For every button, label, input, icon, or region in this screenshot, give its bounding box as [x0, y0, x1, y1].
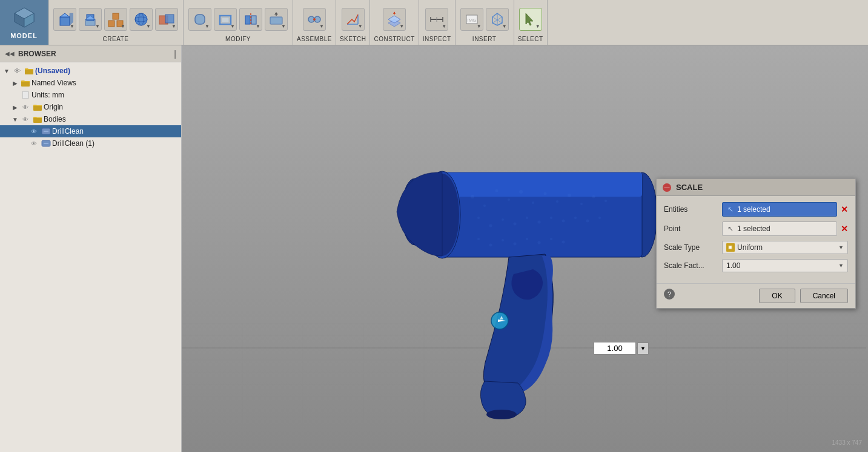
- assemble-joint-button[interactable]: ▼: [303, 8, 326, 31]
- scale-dialog: — SCALE Entities ↖ 1 selected ✕ Point: [656, 179, 856, 309]
- svg-rect-21: [245, 16, 250, 24]
- workspace-label: MODEL: [10, 32, 38, 39]
- eye-icon-drillclean1: 👁: [29, 139, 39, 148]
- svg-rect-24: [270, 17, 282, 24]
- tree-label-origin: Origin: [44, 103, 63, 111]
- tree-item-unsaved[interactable]: ▼ 👁 (Unsaved): [0, 65, 181, 77]
- browser-tree: ▼ 👁 (Unsaved) ▶ Named Views ▶: [0, 62, 181, 452]
- svg-marker-5: [60, 13, 70, 17]
- tree-item-units[interactable]: ▶ Units: mm: [0, 89, 181, 101]
- modify-shell-button[interactable]: ▼: [214, 8, 237, 31]
- cursor-icon: ↖: [727, 205, 734, 214]
- tree-item-origin[interactable]: ▶ 👁 Origin: [0, 101, 181, 113]
- point-label: Point: [664, 224, 718, 233]
- scale-dialog-titlebar: — SCALE: [657, 179, 855, 196]
- scale-entities-row: Entities ↖ 1 selected ✕: [664, 202, 848, 217]
- insert-section: IMG ▼ ▼ INSERT: [456, 0, 514, 45]
- tree-label-drillclean: DrillClean: [52, 127, 84, 136]
- coordinates-display: 868 x 452: [832, 439, 863, 446]
- svg-marker-36: [393, 11, 396, 14]
- tree-item-bodies[interactable]: ▼ 👁 Bodies: [0, 113, 181, 125]
- scale-point-row: Point ↖ 1 selected ✕: [664, 221, 848, 236]
- body-icon-drillclean: [41, 126, 51, 136]
- scale-factor-label: Scale Fact...: [664, 261, 718, 270]
- create-extrude-button[interactable]: ▼: [79, 8, 102, 31]
- select-button[interactable]: ▼: [519, 8, 542, 31]
- tree-toggle-bodies[interactable]: ▼: [11, 115, 19, 123]
- svg-text:IMG: IMG: [467, 18, 476, 23]
- construct-plane-button[interactable]: ▼: [383, 8, 406, 31]
- browser-title: BROWSER: [18, 50, 170, 58]
- browser-pin[interactable]: |: [174, 49, 176, 59]
- tree-item-drillclean1[interactable]: ▶ 👁 DrillClean (1): [0, 137, 181, 149]
- tree-item-drillclean[interactable]: ▶ 👁 DrillClean: [0, 125, 181, 137]
- tree-label-units: Units: mm: [31, 91, 64, 99]
- svg-rect-18: [195, 15, 205, 24]
- assemble-label: ASSEMBLE: [297, 36, 332, 44]
- insert-label: INSERT: [472, 36, 497, 44]
- eye-icon-origin: 👁: [21, 102, 30, 112]
- entities-value: 1 selected: [737, 205, 832, 214]
- scale-input-overlay: ▼: [594, 342, 649, 355]
- scale-value-input[interactable]: [594, 342, 636, 355]
- scale-factor-input[interactable]: 1.00 ▼: [722, 259, 848, 272]
- modify-scale-button[interactable]: ▼: [265, 8, 288, 31]
- tree-toggle-origin[interactable]: ▶: [11, 103, 19, 111]
- svg-marker-47: [526, 13, 533, 25]
- eye-icon-drillclean: 👁: [29, 126, 39, 136]
- inspect-measure-button[interactable]: ▼: [425, 8, 448, 31]
- folder-icon: [24, 66, 34, 76]
- sketch-button[interactable]: ▼: [342, 8, 365, 31]
- point-field[interactable]: ↖ 1 selected: [722, 221, 837, 236]
- svg-rect-50: [22, 91, 28, 99]
- scale-dialog-close[interactable]: —: [663, 183, 671, 192]
- insert-mesh-button[interactable]: ▼: [486, 8, 509, 31]
- scale-type-dropdown-icon: ▼: [838, 244, 844, 251]
- svg-point-13: [135, 13, 147, 25]
- entities-field[interactable]: ↖ 1 selected: [722, 202, 837, 217]
- assemble-section: ▼ ASSEMBLE: [293, 0, 336, 45]
- folder-bodies-icon: [33, 114, 42, 124]
- browser-header: ◀◀ BROWSER |: [0, 45, 181, 62]
- viewport[interactable]: > > ▼ — SCALE Ent: [182, 45, 868, 452]
- create-label: CREATE: [103, 36, 129, 44]
- svg-rect-49: [21, 81, 30, 87]
- create-combine-button[interactable]: ▼: [155, 8, 178, 31]
- help-button[interactable]: ?: [664, 289, 675, 300]
- svg-point-30: [313, 18, 316, 21]
- tree-label-drillclean1: DrillClean (1): [52, 139, 94, 148]
- modify-fillet-button[interactable]: ▼: [188, 8, 211, 31]
- svg-rect-48: [25, 69, 33, 74]
- scale-dropdown-arrow[interactable]: ▼: [637, 342, 649, 355]
- ok-button[interactable]: OK: [759, 289, 795, 303]
- create-pattern-button[interactable]: ▼: [104, 8, 127, 31]
- select-section: ▼ SELECT: [514, 0, 548, 45]
- modify-label: MODIFY: [225, 36, 251, 44]
- scale-type-label: Scale Type: [664, 243, 718, 252]
- modify-section: ▼ ▼ ▼ ▼ MODIFY: [184, 0, 293, 45]
- point-cursor-icon: ↖: [727, 224, 734, 233]
- create-sphere-button[interactable]: ▼: [130, 8, 153, 31]
- modify-split-button[interactable]: ▼: [239, 8, 262, 31]
- tree-toggle-unsaved[interactable]: ▼: [2, 67, 11, 75]
- model-workspace[interactable]: MODEL: [0, 0, 48, 45]
- svg-rect-4: [60, 17, 70, 25]
- entities-clear-button[interactable]: ✕: [841, 205, 848, 214]
- insert-canvas-button[interactable]: IMG ▼: [460, 8, 483, 31]
- scale-type-icon: ▣: [726, 243, 735, 252]
- point-clear-button[interactable]: ✕: [841, 224, 848, 234]
- tree-item-named-views[interactable]: ▶ Named Views: [0, 77, 181, 89]
- tree-toggle-named-views[interactable]: ▶: [11, 79, 19, 87]
- scale-dialog-title-text: SCALE: [676, 183, 703, 192]
- browser-back-arrow[interactable]: ◀◀: [5, 50, 15, 57]
- scale-dialog-body: Entities ↖ 1 selected ✕ Point ↖ 1 select…: [657, 196, 855, 283]
- scale-type-select[interactable]: ▣ Uniform ▼: [722, 241, 848, 254]
- cancel-button[interactable]: Cancel: [800, 289, 848, 303]
- inspect-label: INSPECT: [423, 36, 451, 44]
- svg-rect-12: [113, 13, 119, 19]
- create-box-button[interactable]: ▼: [53, 8, 76, 31]
- scale-factor-row: Scale Fact... 1.00 ▼: [664, 259, 848, 272]
- scale-type-row: Scale Type ▣ Uniform ▼: [664, 241, 848, 254]
- svg-marker-26: [274, 12, 278, 15]
- entities-label: Entities: [664, 205, 718, 214]
